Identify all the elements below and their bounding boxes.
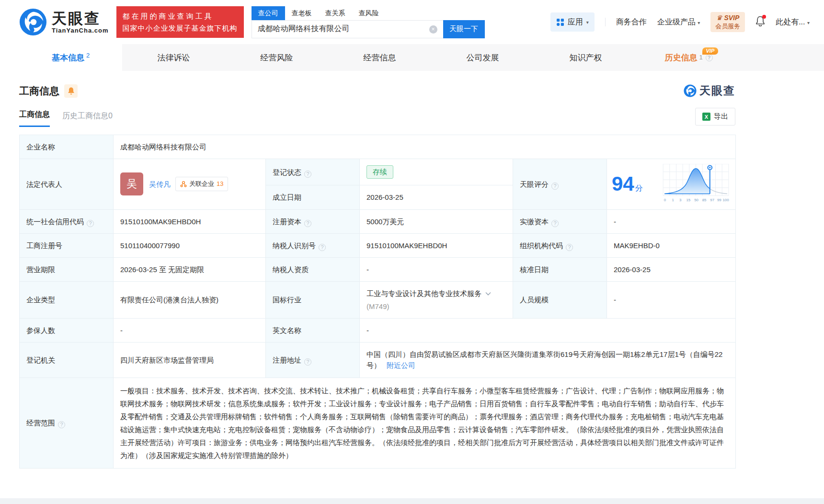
search-area: 查公司 查老板 查关系 查风险 × 天眼一下	[252, 6, 485, 38]
field-value-business-scope: 一般项目：技术服务、技术开发、技术咨询、技术交流、技术转让、技术推广；机械设备租…	[114, 378, 736, 468]
tab-history-info[interactable]: VIP 历史信息 1 ?	[637, 44, 740, 71]
crown-icon: ♛	[716, 14, 722, 22]
tab-company-development[interactable]: 公司发展	[431, 44, 534, 71]
svip-member-badge[interactable]: ♛ SVIP 会员服务	[710, 12, 745, 32]
related-count: 13	[217, 179, 223, 189]
field-label-reg-status: 登记状态?	[266, 159, 360, 185]
tab-label: 经营风险	[261, 52, 293, 63]
tab-label: 知识产权	[570, 52, 602, 63]
search-tab-relation[interactable]: 查关系	[319, 6, 352, 20]
tab-basic-info[interactable]: 基本信息 2	[19, 44, 122, 71]
nav-biz-cooperation[interactable]: 商务合作	[616, 17, 647, 27]
help-icon[interactable]: ?	[58, 421, 65, 428]
section-title: 工商信息	[19, 84, 59, 98]
search-tabs: 查公司 查老板 查关系 查风险	[252, 6, 485, 20]
search-tab-boss[interactable]: 查老板	[285, 6, 319, 20]
svg-text:100: 100	[723, 198, 730, 203]
related-companies-badge[interactable]: 关联企业 13	[175, 177, 228, 191]
help-icon[interactable]: ?	[87, 220, 94, 227]
help-icon[interactable]: ?	[706, 54, 713, 61]
tab-count: 1	[699, 54, 702, 61]
field-value-legal-rep: 吴 吴传凡 关联企业 13	[114, 159, 266, 209]
field-value-paid-capital: -	[607, 209, 736, 233]
field-label-taxpayer-id: 纳税人识别号?	[266, 233, 360, 257]
table-row: 经营范围? 一般项目：技术服务、技术开发、技术咨询、技术交流、技术转让、技术推广…	[20, 378, 736, 468]
page-bottom-strip	[0, 498, 824, 504]
tab-intellectual-property[interactable]: 知识产权	[534, 44, 637, 71]
tianyancha-logo-icon	[684, 84, 697, 97]
nav-enterprise-products[interactable]: 企业级产品 ▾	[657, 17, 700, 27]
svg-text:15: 15	[687, 198, 691, 203]
field-label-approval-date: 核准日期	[513, 258, 607, 282]
avatar[interactable]: 吴	[120, 172, 143, 195]
field-value-taxpayer-id: 91510100MAK9EHBD0H	[360, 233, 513, 257]
business-info-card: 工商信息 天眼查 工商信息 历史工商信息0 X 导出	[19, 71, 735, 469]
apps-label: 应用	[568, 17, 583, 27]
svip-label: SVIP	[724, 14, 739, 22]
search-input[interactable]	[252, 20, 443, 38]
network-icon	[180, 181, 187, 187]
field-value-staff-size: -	[607, 282, 736, 319]
watermark-text: 天眼查	[699, 83, 735, 98]
search-button[interactable]: 天眼一下	[443, 20, 485, 38]
notification-dot	[762, 15, 766, 19]
nav-user-menu[interactable]: 此处有... ▾	[776, 17, 810, 27]
label-text: 天眼评分	[520, 180, 549, 188]
notification-bell[interactable]	[755, 16, 765, 28]
top-header: 天眼查 TianYanCha.com 都在用的商业查询工具 国家中小企业发展子基…	[0, 0, 824, 44]
field-label-term: 营业期限	[20, 258, 114, 282]
subtab-history-business-info[interactable]: 历史工商信息0	[62, 111, 113, 127]
table-row: 登记机关 四川天府新区市场监督管理局 注册地址? 中国（四川）自由贸易试验区成都…	[20, 343, 736, 378]
field-value-uscc: 91510100MAK9EHBD0H	[114, 209, 266, 233]
field-value-score[interactable]: 94分	[607, 159, 736, 209]
field-label-org-code: 组织机构代码?	[513, 233, 607, 257]
label-text: 纳税人识别号	[273, 241, 316, 250]
label-text: 组织机构代码	[520, 241, 563, 250]
label-text: 经营范围	[26, 419, 55, 427]
score-distribution-chart: 0 1 3 15 50 85 97 99 100	[661, 164, 731, 204]
svip-sublabel: 会员服务	[715, 22, 740, 30]
chevron-down-icon: ▾	[698, 20, 700, 25]
score-value: 94	[612, 172, 634, 195]
search-tab-risk[interactable]: 查风险	[352, 6, 386, 20]
tab-count: 2	[86, 52, 90, 59]
svg-text:3: 3	[679, 198, 681, 203]
tianyancha-logo[interactable]: 天眼查 TianYanCha.com	[19, 8, 109, 36]
field-value-address: 中国（四川）自由贸易试验区成都市天府新区兴隆街道集萃街619号天府海创园一期1栋…	[360, 343, 736, 378]
help-icon[interactable]: ?	[304, 220, 311, 227]
nearby-companies-link[interactable]: 附近公司	[387, 361, 415, 369]
chevron-down-icon[interactable]	[485, 292, 491, 296]
field-value-company-type: 有限责任公司(港澳台法人独资)	[114, 282, 266, 319]
tab-operation-risk[interactable]: 经营风险	[225, 44, 328, 71]
tab-operation-info[interactable]: 经营信息	[328, 44, 431, 71]
help-icon[interactable]: ?	[551, 183, 559, 190]
clear-search-icon[interactable]: ×	[429, 25, 437, 34]
help-icon[interactable]: ?	[566, 244, 573, 251]
address-text: 中国（四川）自由贸易试验区成都市天府新区兴隆街道集萃街619号天府海创园一期1栋…	[366, 350, 722, 369]
help-icon[interactable]: ?	[304, 171, 311, 178]
status-badge: 存续	[366, 165, 393, 179]
legal-rep-link[interactable]: 吴传凡	[149, 179, 171, 190]
help-icon[interactable]: ?	[551, 220, 559, 227]
tianyancha-logo-icon	[19, 8, 47, 36]
tab-legal-proceedings[interactable]: 法律诉讼	[122, 44, 225, 71]
subtabs: 工商信息 历史工商信息0 X 导出	[19, 110, 735, 127]
divider	[605, 18, 606, 26]
table-row: 法定代表人 吴 吴传凡 关联企业	[20, 159, 736, 185]
field-label-insured: 参保人数	[20, 318, 114, 342]
svg-text:85: 85	[702, 198, 707, 203]
brand-slogan: 都在用的商业查询工具 国家中小企业发展子基金旗下机构	[116, 6, 244, 38]
tab-label: 经营信息	[364, 52, 396, 63]
help-icon[interactable]: ?	[304, 358, 311, 366]
monitor-bell-button[interactable]	[64, 84, 78, 98]
search-tab-company[interactable]: 查公司	[252, 6, 285, 20]
field-label-address: 注册地址?	[266, 343, 360, 378]
field-label-establish-date: 成立日期	[266, 185, 360, 209]
apps-menu[interactable]: 应用 ▾	[550, 12, 595, 32]
export-button[interactable]: X 导出	[695, 108, 735, 126]
help-icon[interactable]: ?	[319, 244, 326, 251]
industry-text: 工业与专业设计及其他专业技术服务	[366, 288, 481, 299]
tab-label: 基本信息	[52, 52, 84, 63]
subtab-business-info[interactable]: 工商信息	[19, 110, 50, 127]
field-value-approval-date: 2026-03-25	[607, 258, 736, 282]
